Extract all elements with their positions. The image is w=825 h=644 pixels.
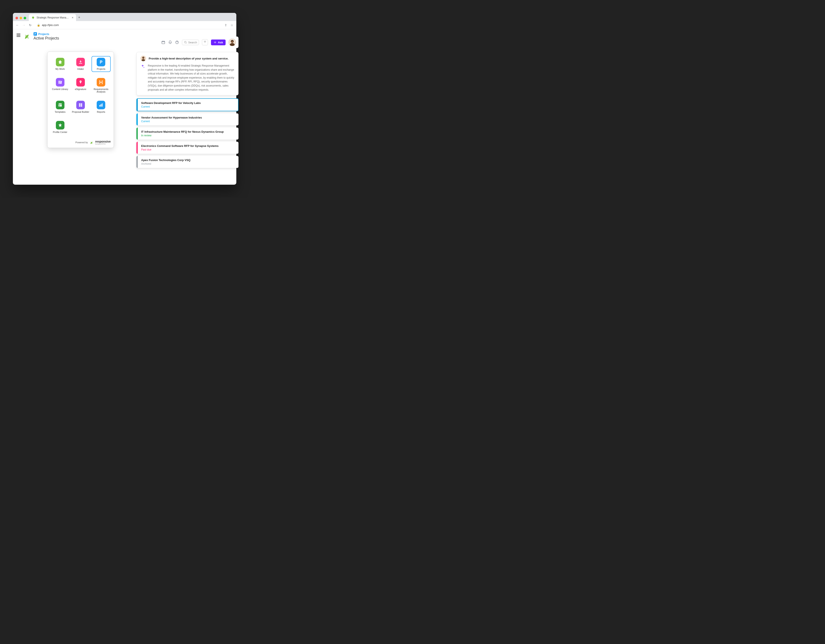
back-button[interactable]: ←: [15, 23, 19, 27]
filter-icon: [204, 40, 207, 43]
maximize-window-button[interactable]: [24, 17, 26, 19]
launcher-item-reports[interactable]: Reports: [91, 99, 111, 115]
share-icon[interactable]: ⇪: [224, 23, 228, 27]
star-icon[interactable]: ☆: [230, 23, 234, 27]
launcher-item-profile-center[interactable]: Profile Center: [51, 119, 70, 135]
powered-by-label: Powered by: [76, 141, 88, 144]
home-icon: [56, 58, 65, 66]
svg-rect-0: [59, 81, 59, 84]
new-tab-button[interactable]: +: [76, 14, 82, 21]
svg-point-15: [184, 41, 186, 43]
launcher-item-esignature[interactable]: eSignature: [71, 76, 90, 95]
ask-label: Ask: [218, 41, 223, 44]
project-status: Past due: [141, 148, 235, 151]
launcher-item-label: Reports: [97, 111, 105, 113]
download-icon: [76, 58, 85, 66]
user-avatar[interactable]: [229, 39, 236, 46]
help-icon[interactable]: [175, 40, 179, 44]
launcher-item-intake[interactable]: Intake: [71, 56, 90, 72]
window-controls: [15, 17, 26, 21]
reload-button[interactable]: ↻: [28, 23, 32, 27]
grid-icon: [76, 101, 85, 109]
project-title: Apex Fusion Technologies Corp VSQ: [141, 159, 235, 162]
launcher-item-content-library[interactable]: Content Library: [51, 76, 70, 95]
top-toolbar: Search Ask: [136, 37, 238, 48]
browser-tab[interactable]: Strategic Response Managem ×: [29, 14, 76, 21]
launcher-item-proposal-builder[interactable]: Proposal Builder: [71, 99, 90, 115]
forward-button[interactable]: →: [22, 23, 26, 27]
avatar-image: [229, 39, 236, 46]
breadcrumb-label: Projects: [38, 32, 49, 35]
breadcrumb[interactable]: P Projects: [34, 32, 59, 35]
sparkle-icon: [213, 41, 216, 44]
calendar-icon[interactable]: [161, 40, 165, 44]
close-window-button[interactable]: [15, 17, 18, 19]
svg-point-24: [142, 57, 144, 59]
svg-rect-2: [60, 81, 62, 84]
launcher-item-my-work[interactable]: My Work: [51, 56, 70, 72]
browser-toolbar: ← → ↻ 🔒 app.rfpio.com ⇪ ☆: [13, 21, 236, 29]
launcher-item-label: Templates: [55, 111, 65, 113]
projects-nav-icon: P: [34, 32, 37, 35]
project-status: Current: [141, 120, 235, 123]
pen-icon: [76, 78, 85, 86]
favicon-leaf-icon: [31, 16, 35, 19]
brand-leaf-small-icon: [90, 140, 93, 144]
ask-button[interactable]: Ask: [211, 40, 226, 45]
brand-leaf-icon: [23, 32, 31, 40]
launcher-item-requirements-analysis[interactable]: Requirements Analysis: [91, 76, 111, 95]
brand-name: responsive: [95, 140, 111, 143]
app-launcher-panel: My WorkIntakeProjectsContent LibraryeSig…: [47, 52, 114, 148]
svg-point-16: [215, 42, 216, 43]
svg-rect-9: [81, 105, 82, 106]
svg-rect-7: [81, 103, 82, 105]
url-text: app.rfpio.com: [42, 23, 59, 27]
page-title: Active Projects: [34, 36, 59, 41]
project-title: IT Infrastructure Maintenance RFQ for Ne…: [141, 130, 235, 133]
svg-point-20: [231, 41, 233, 43]
svg-rect-5: [59, 103, 62, 107]
svg-rect-12: [102, 103, 103, 107]
launcher-item-label: Profile Center: [53, 131, 67, 133]
project-status: Current: [141, 105, 235, 108]
project-card[interactable]: IT Infrastructure Maintenance RFQ for Ne…: [136, 128, 238, 140]
launcher-item-templates[interactable]: Templates: [51, 99, 70, 115]
minimize-window-button[interactable]: [20, 17, 22, 19]
ai-sparkle-icon: [141, 64, 145, 68]
launcher-item-label: Proposal Builder: [72, 111, 90, 113]
project-status: In review: [141, 134, 235, 137]
launcher-item-label: Intake: [77, 68, 84, 70]
address-bar[interactable]: 🔒 app.rfpio.com: [35, 23, 221, 27]
books-icon: [56, 78, 65, 86]
project-title: Electronics Command Software RFP for Syn…: [141, 144, 235, 148]
svg-point-4: [100, 82, 101, 83]
star-icon: [56, 121, 65, 129]
project-card[interactable]: Electronics Command Software RFP for Syn…: [136, 142, 238, 154]
project-card[interactable]: Vendor Assessment for Hyperwave Industri…: [136, 113, 238, 125]
filter-button[interactable]: [202, 39, 208, 45]
search-input[interactable]: Search: [182, 40, 199, 45]
launcher-item-projects[interactable]: Projects: [91, 56, 111, 72]
close-tab-icon[interactable]: ×: [72, 16, 74, 19]
assistant-answer: Responsive is the leading AI-enabled Str…: [148, 64, 235, 92]
brackets-icon: [97, 78, 105, 86]
project-card[interactable]: Apex Fusion Technologies Corp VSQArchive…: [136, 156, 238, 168]
powered-by: Powered by responsive formerly RFPIO: [51, 140, 111, 145]
browser-tabstrip: Strategic Response Managem × +: [13, 13, 236, 21]
project-card[interactable]: Software Development RFP for Velocity La…: [136, 99, 238, 111]
app-launcher-button[interactable]: [17, 34, 20, 37]
svg-rect-8: [79, 105, 80, 106]
svg-rect-11: [100, 104, 101, 106]
svg-rect-10: [99, 105, 100, 106]
p-icon: [97, 58, 105, 66]
brand-subtitle: formerly RFPIO: [95, 143, 111, 145]
launcher-item-label: eSignature: [75, 88, 86, 90]
svg-rect-6: [79, 103, 80, 105]
bell-icon[interactable]: [168, 40, 172, 44]
svg-rect-1: [60, 81, 60, 84]
project-title: Vendor Assessment for Hyperwave Industri…: [141, 116, 235, 119]
tab-title: Strategic Response Managem: [37, 16, 70, 19]
launcher-item-label: Requirements Analysis: [93, 88, 110, 93]
assistant-question: Provide a high-level description of your…: [149, 57, 229, 60]
launcher-item-label: Content Library: [52, 88, 68, 90]
